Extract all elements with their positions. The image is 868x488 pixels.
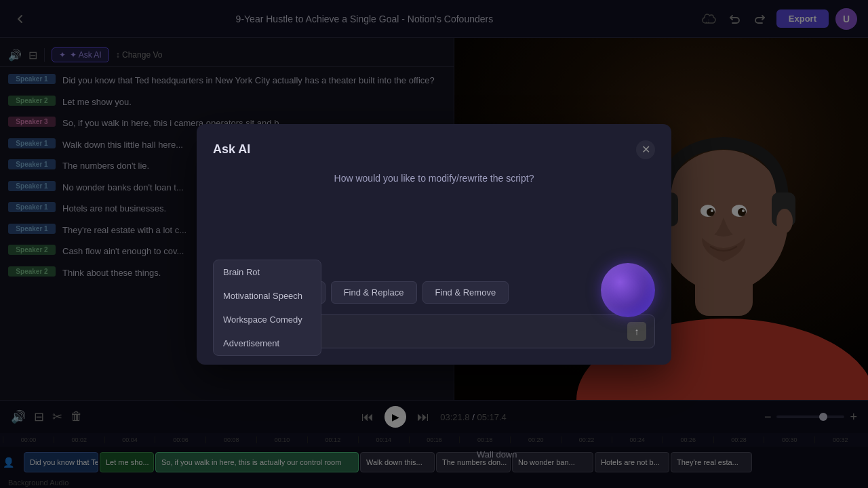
ask-ai-modal: Ask AI ✕ How would you like to modify/re… <box>197 124 671 365</box>
find-replace-button[interactable]: Find & Replace <box>331 281 417 304</box>
modal-close-button[interactable]: ✕ <box>636 140 655 159</box>
dropdown-item-brain-rot[interactable]: Brain Rot <box>214 260 321 284</box>
dropdown-item-workspace[interactable]: Workspace Comedy <box>214 308 321 331</box>
style-dropdown: Brain Rot Motivational Speech Workspace … <box>213 260 321 356</box>
modal-header: Ask AI ✕ <box>213 140 655 159</box>
modal-title: Ask AI <box>213 142 250 157</box>
modal-overlay: Ask AI ✕ How would you like to modify/re… <box>0 0 868 488</box>
dropdown-item-motivational[interactable]: Motivational Speech <box>214 284 321 308</box>
modal-question: How would you like to modify/rewrite the… <box>213 173 655 184</box>
ai-orb <box>601 263 655 317</box>
find-remove-button[interactable]: Find & Remove <box>422 281 509 304</box>
dropdown-item-advertisement[interactable]: Advertisement <box>214 331 321 355</box>
modal-send-button[interactable]: ↑ <box>627 322 646 341</box>
